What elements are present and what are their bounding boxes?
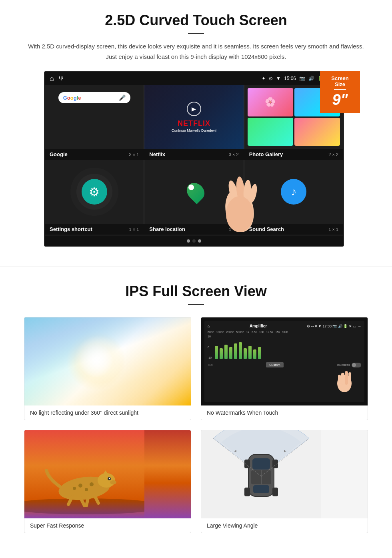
camera-icon: 📷: [299, 76, 305, 81]
app-label-netflix: Netflix 3 × 2: [144, 149, 243, 160]
app-label-settings: Settings shortcut 1 × 1: [45, 224, 144, 235]
netflix-play-button[interactable]: ▶: [187, 102, 201, 116]
google-mic-icon[interactable]: 🎤: [119, 94, 126, 101]
svg-point-22: [110, 480, 116, 484]
ips-full-screen-section: IPS Full Screen View No light reflecting…: [0, 279, 392, 545]
app-label-photo-gallery: Photo Gallery 2 × 2: [244, 149, 343, 160]
app-grid-row2: ⚙: [45, 160, 343, 224]
eq-bar-1: [215, 346, 218, 359]
google-search-bar[interactable]: Google 🎤: [58, 92, 130, 103]
section2-title: IPS Full Screen View: [24, 283, 368, 300]
app-cell-netflix[interactable]: ▶ NETFLIX Continue Marvel's Daredevil: [144, 85, 243, 149]
dot-2[interactable]: [192, 239, 196, 243]
amp-title: Amplifier: [250, 324, 267, 328]
feature-card-sunlight: No light reflecting under 360° direct su…: [24, 317, 191, 420]
svg-text:►: ►: [283, 449, 287, 453]
sound-search-app-size: 1 × 1: [328, 227, 338, 232]
eq-bar-9: [253, 349, 256, 359]
car-image: ◄ ►: [201, 430, 368, 518]
eq-bar-3: [224, 345, 228, 359]
app-cell-google[interactable]: Google 🎤: [45, 85, 144, 149]
svg-point-20: [109, 478, 110, 479]
amplifier-image: ⌂ Amplifier ⚙ ··· ♥ ▼ 17:33 📷 🔊 🔋 ✕ ▭ → …: [201, 317, 368, 405]
section-divider: [0, 267, 392, 267]
amp-home-icon: ⌂: [208, 324, 210, 328]
amplifier-screen: ⌂ Amplifier ⚙ ··· ♥ ▼ 17:33 📷 🔊 🔋 ✕ ▭ → …: [204, 321, 364, 402]
amp-icons: ⚙ ··· ♥ ▼ 17:33 📷 🔊 🔋 ✕ ▭ →: [307, 324, 361, 328]
location-icon: ⊙: [269, 76, 273, 81]
dot-3[interactable]: [198, 239, 201, 243]
time-display: 15:06: [284, 76, 296, 81]
bluetooth-icon: ✦: [262, 76, 266, 81]
eq-bar-5: [234, 343, 237, 359]
svg-rect-8: [345, 371, 348, 385]
eq-bar-2: [220, 348, 223, 359]
app-label-row1: Google 3 × 1 Netflix 3 × 2 Photo Gallery…: [45, 149, 343, 160]
screen-badge-size: 9": [332, 91, 348, 108]
status-bar-left: ⌂ Ψ: [50, 74, 64, 83]
netflix-logo: NETFLIX: [172, 119, 216, 128]
feature-card-car: ◄ ► Large Viewing Angle: [201, 430, 368, 533]
volume-icon: 🔊: [308, 76, 314, 81]
title-underline-1: [188, 33, 204, 34]
app-cell-settings[interactable]: ⚙: [45, 160, 144, 224]
svg-point-1: [226, 179, 240, 205]
app-cell-sound-search[interactable]: ♪: [244, 160, 343, 224]
amp-custom-button[interactable]: Custom: [266, 362, 284, 367]
usb-icon: Ψ: [59, 75, 64, 82]
svg-point-18: [73, 487, 76, 490]
app-label-row2: Settings shortcut 1 × 1 Share location 1…: [45, 224, 343, 235]
svg-text:◄: ◄: [233, 449, 237, 453]
svg-rect-10: [338, 375, 341, 385]
svg-rect-30: [244, 488, 250, 496]
settings-app-name: Settings shortcut: [50, 226, 92, 232]
feature-card-watermark: ⌂ Amplifier ⚙ ··· ♥ ▼ 17:33 📷 🔊 🔋 ✕ ▭ → …: [201, 317, 368, 420]
app-label-share-location: Share location 1 × 1: [144, 224, 243, 235]
google-logo: Google: [63, 95, 81, 101]
features-grid: No light reflecting under 360° direct su…: [24, 317, 368, 533]
dot-1[interactable]: [187, 239, 190, 243]
eq-bar-6: [239, 342, 242, 359]
photo-thumb-4: [294, 118, 340, 146]
netflix-subtitle: Continue Marvel's Daredevil: [172, 128, 216, 132]
app-label-google: Google 3 × 1: [45, 149, 144, 160]
svg-point-16: [85, 488, 88, 491]
title-underline-2: [188, 304, 204, 305]
eq-bar-10: [258, 347, 261, 359]
svg-rect-9: [348, 372, 351, 384]
svg-rect-25: [252, 458, 270, 470]
device-mockup: Screen Size 9" ⌂ Ψ ✦ ⊙ ▼ 15:06 📷 🔊 🔋: [44, 71, 348, 247]
settings-app-size: 1 × 1: [129, 227, 139, 232]
cheetah-svg: [24, 430, 144, 518]
status-bar: ⌂ Ψ ✦ ⊙ ▼ 15:06 📷 🔊 🔋 ✕ ▭: [45, 72, 343, 85]
section1-title: 2.5D Curved Touch Screen: [24, 12, 368, 29]
screen-badge-label: Screen Size: [326, 75, 354, 87]
app-cell-share-location[interactable]: [144, 160, 243, 224]
photo-thumb-3: [248, 118, 293, 146]
share-location-app-size: 1 × 1: [229, 227, 239, 232]
watermark-label: No Watermarks When Touch: [201, 405, 368, 420]
home-icon[interactable]: ⌂: [50, 74, 54, 83]
amp-top-bar: ⌂ Amplifier ⚙ ··· ♥ ▼ 17:33 📷 🔊 🔋 ✕ ▭ →: [208, 324, 361, 328]
share-location-app-name: Share location: [149, 226, 185, 232]
car-label: Large Viewing Angle: [201, 518, 368, 533]
android-screen: ⌂ Ψ ✦ ⊙ ▼ 15:06 📷 🔊 🔋 ✕ ▭: [44, 71, 344, 247]
app-grid-row1: Google 🎤 ▶ NETFLIX Continue Marvel's Dar…: [45, 85, 343, 149]
svg-rect-31: [272, 488, 278, 496]
google-app-name: Google: [50, 151, 68, 157]
section1-description: With 2.5D curved-display screen, this de…: [24, 41, 368, 62]
screen-size-badge: Screen Size 9": [320, 71, 360, 113]
google-app-size: 3 × 1: [129, 152, 139, 157]
eq-bar-4: [229, 347, 232, 359]
photo-gallery-app-size: 2 × 2: [328, 152, 338, 157]
toggle-switch[interactable]: [352, 363, 361, 367]
sound-search-icon: ♪: [281, 179, 306, 205]
netflix-app-size: 3 × 2: [229, 152, 239, 157]
amp-time: 17:33: [322, 324, 332, 328]
feature-card-cheetah: Super Fast Response: [24, 430, 191, 533]
netflix-app-name: Netflix: [149, 151, 165, 157]
svg-rect-27: [253, 485, 269, 493]
netflix-content: ▶ NETFLIX Continue Marvel's Daredevil: [172, 102, 216, 132]
car-top-view-svg: ◄ ►: [201, 430, 321, 518]
photo-gallery-app-name: Photo Gallery: [249, 151, 283, 157]
